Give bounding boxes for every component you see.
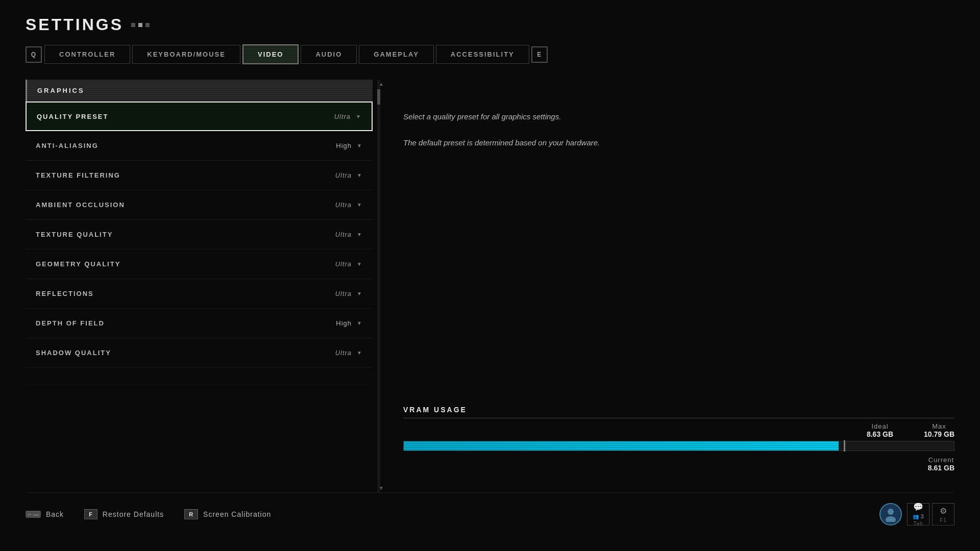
setting-label-depth-of-field: DEPTH OF FIELD xyxy=(36,319,105,327)
dot-3 xyxy=(145,23,150,27)
dropdown-arrow-quality-preset: ▼ xyxy=(356,114,361,119)
dropdown-arrow-shadow-quality: ▼ xyxy=(357,350,362,356)
setting-geometry-quality[interactable]: GEOMETRY QUALITY Ultra ▼ xyxy=(26,249,373,279)
setting-depth-of-field[interactable]: DEPTH OF FIELD High ▼ xyxy=(26,309,373,338)
dropdown-arrow-ambient-occlusion: ▼ xyxy=(357,202,362,208)
setting-texture-filtering[interactable]: TEXTURE FILTERING Ultra ▼ xyxy=(26,161,373,190)
setting-value-depth-of-field: High ▼ xyxy=(336,319,362,327)
scrollbar-down-arrow[interactable]: ▼ xyxy=(377,484,380,492)
tabs-row: Q CONTROLLER KEYBOARD/MOUSE VIDEO AUDIO … xyxy=(26,44,954,64)
tab-gameplay[interactable]: GAMEPLAY xyxy=(359,45,433,64)
setting-label-geometry-quality: GEOMETRY QUALITY xyxy=(36,260,120,268)
chat-icon: 💬 xyxy=(913,502,923,512)
setting-label-quality-preset: QUALITY PRESET xyxy=(37,113,108,120)
setting-value-texture-filtering: Ultra ▼ xyxy=(335,171,362,179)
title-dots xyxy=(131,23,150,27)
setting-label-ambient-occlusion: AMBIENT OCCLUSION xyxy=(36,201,125,209)
screen-calibration-action[interactable]: R Screen Calibration xyxy=(184,509,271,519)
setting-value-quality-preset: Ultra ▼ xyxy=(334,113,361,120)
chat-count: 👥 3 xyxy=(913,513,923,519)
vram-header: VRAM USAGE xyxy=(403,406,954,418)
tab-accessibility[interactable]: ACCESSIBILITY xyxy=(436,45,529,64)
dropdown-arrow-anti-aliasing: ▼ xyxy=(357,143,362,148)
vram-ideal-value: 8.63 GB xyxy=(867,430,893,438)
restore-defaults-key: F xyxy=(84,509,97,519)
setting-ambient-occlusion[interactable]: AMBIENT OCCLUSION Ultra ▼ xyxy=(26,190,373,220)
vram-labels-top: Ideal 8.63 GB Max 10.79 GB xyxy=(403,422,954,438)
dropdown-arrow-depth-of-field: ▼ xyxy=(357,320,362,326)
left-tab-key: Q xyxy=(26,46,42,63)
setting-value-geometry-quality: Ultra ▼ xyxy=(335,260,362,268)
vram-section: VRAM USAGE Ideal 8.63 GB Max 10.79 GB xyxy=(403,406,954,472)
vram-bar-fill xyxy=(404,441,839,450)
setting-label-anti-aliasing: ANTI-ALIASING xyxy=(36,142,99,149)
setting-shadow-quality[interactable]: SHADOW QUALITY Ultra ▼ xyxy=(26,338,373,368)
tab-audio[interactable]: AUDIO xyxy=(301,45,357,64)
setting-value-reflections: Ultra ▼ xyxy=(335,290,362,297)
avatar xyxy=(879,503,902,525)
vram-max-group: Max 10.79 GB xyxy=(924,422,954,438)
screen-calibration-key: R xyxy=(184,509,198,519)
screen-calibration-label: Screen Calibration xyxy=(203,510,271,518)
back-controller-icon: ←— xyxy=(26,511,41,518)
vram-bar-container xyxy=(403,441,954,451)
setting-value-anti-aliasing: High ▼ xyxy=(336,142,362,149)
info-line1: Select a quality preset for all graphics… xyxy=(403,110,954,123)
chat-icon-box[interactable]: 💬 👥 3 Tab xyxy=(907,503,929,525)
vram-current-group: Current 8.61 GB xyxy=(928,456,954,472)
bottom-bar: ←— Back F Restore Defaults R Screen Cali… xyxy=(26,492,954,536)
tab-controller[interactable]: CONTROLLER xyxy=(44,45,130,64)
section-header-graphics: GRAPHICS xyxy=(26,80,373,102)
dot-1 xyxy=(131,23,135,27)
dot-2 xyxy=(138,23,142,27)
vram-bar-marker xyxy=(844,440,845,452)
scrollbar-thumb[interactable] xyxy=(377,89,380,105)
tab-video[interactable]: VIDEO xyxy=(242,44,299,64)
back-action[interactable]: ←— Back xyxy=(26,509,64,519)
setting-value-texture-quality: Ultra ▼ xyxy=(335,231,362,238)
right-tab-key: E xyxy=(531,46,548,63)
setting-label-reflections: REFLECTIONS xyxy=(36,290,94,297)
bottom-actions: ←— Back F Restore Defaults R Screen Cali… xyxy=(26,509,271,519)
settings-list: QUALITY PRESET Ultra ▼ ANTI-ALIASING Hig… xyxy=(26,102,373,492)
info-description: Select a quality preset for all graphics… xyxy=(403,110,954,149)
vram-current-label: Current xyxy=(928,456,954,464)
vram-ideal-group: Ideal 8.63 GB xyxy=(867,422,893,438)
setting-partial xyxy=(26,368,373,385)
page-title: SETTINGS xyxy=(26,15,124,34)
chat-key: Tab xyxy=(913,521,923,527)
vram-ideal-label: Ideal xyxy=(867,422,893,430)
back-label: Back xyxy=(46,510,64,518)
vram-current-value: 8.61 GB xyxy=(928,464,954,472)
dropdown-arrow-texture-quality: ▼ xyxy=(357,232,362,237)
svg-point-1 xyxy=(886,516,896,522)
scrollbar-up-arrow[interactable]: ▲ xyxy=(377,80,380,88)
bottom-icons: 💬 👥 3 Tab ⚙ F1 xyxy=(907,503,954,525)
settings-panel: GRAPHICS QUALITY PRESET Ultra ▼ ANTI-ALI… xyxy=(26,80,373,492)
svg-point-0 xyxy=(888,509,894,515)
setting-reflections[interactable]: REFLECTIONS Ultra ▼ xyxy=(26,279,373,309)
setting-value-ambient-occlusion: Ultra ▼ xyxy=(335,201,362,209)
setting-anti-aliasing[interactable]: ANTI-ALIASING High ▼ xyxy=(26,131,373,161)
settings-icon-box[interactable]: ⚙ F1 xyxy=(932,503,954,525)
scrollbar[interactable]: ▲ ▼ xyxy=(377,80,380,492)
setting-label-shadow-quality: SHADOW QUALITY xyxy=(36,349,111,357)
settings-key: F1 xyxy=(940,517,947,523)
setting-texture-quality[interactable]: TEXTURE QUALITY Ultra ▼ xyxy=(26,220,373,249)
bottom-right: 💬 👥 3 Tab ⚙ F1 xyxy=(879,503,954,525)
info-line2: The default preset is determined based o… xyxy=(403,136,954,149)
setting-value-shadow-quality: Ultra ▼ xyxy=(335,349,362,357)
restore-defaults-action[interactable]: F Restore Defaults xyxy=(84,509,164,519)
dropdown-arrow-reflections: ▼ xyxy=(357,291,362,296)
tab-keyboard-mouse[interactable]: KEYBOARD/MOUSE xyxy=(132,45,240,64)
setting-label-texture-filtering: TEXTURE FILTERING xyxy=(36,171,120,179)
info-panel: Select a quality preset for all graphics… xyxy=(403,80,954,492)
dropdown-arrow-texture-filtering: ▼ xyxy=(357,172,362,178)
content-area: GRAPHICS QUALITY PRESET Ultra ▼ ANTI-ALI… xyxy=(26,80,954,492)
vram-max-value: 10.79 GB xyxy=(924,430,954,438)
setting-quality-preset[interactable]: QUALITY PRESET Ultra ▼ xyxy=(26,102,373,131)
settings-icon: ⚙ xyxy=(940,506,947,516)
vram-max-label: Max xyxy=(924,422,954,430)
setting-label-texture-quality: TEXTURE QUALITY xyxy=(36,231,113,238)
dropdown-arrow-geometry-quality: ▼ xyxy=(357,261,362,267)
